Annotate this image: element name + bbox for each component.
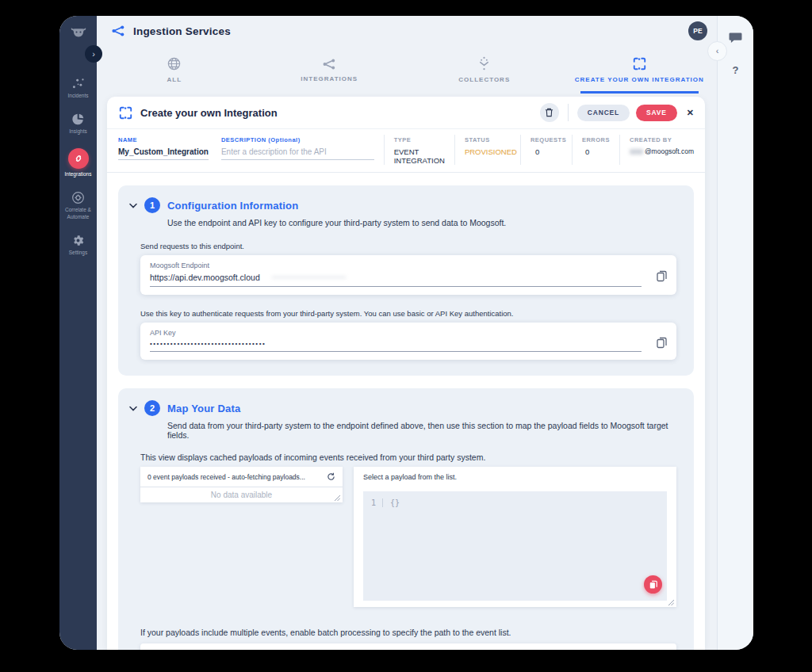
status-badge: PROVISIONED bbox=[465, 147, 511, 156]
resize-handle[interactable] bbox=[335, 495, 340, 501]
section-map-your-data: 2 Map Your Data Send data from your thir… bbox=[118, 388, 694, 650]
line-number: 1 bbox=[371, 498, 383, 507]
delete-button[interactable] bbox=[540, 103, 559, 122]
create-integration-form: Create your own Integration CANCEL SAVE … bbox=[107, 97, 705, 650]
copy-apikey-button[interactable] bbox=[655, 335, 668, 350]
copy-endpoint-button[interactable] bbox=[655, 269, 668, 284]
copy-icon bbox=[649, 580, 657, 590]
redacted-username bbox=[630, 149, 643, 155]
description-input[interactable]: Enter a description for the API bbox=[221, 147, 374, 160]
refresh-icon[interactable] bbox=[327, 472, 335, 481]
ingestion-services-icon bbox=[111, 25, 126, 37]
description-label: DESCRIPTION (Optional) bbox=[221, 136, 374, 143]
collector-icon bbox=[477, 56, 492, 71]
copy-payload-button[interactable] bbox=[644, 575, 662, 594]
tab-label: INTEGRATIONS bbox=[301, 75, 358, 82]
tab-create-your-own-integration[interactable]: CREATE YOUR OWN INTEGRATION bbox=[562, 46, 718, 94]
chevron-down-icon bbox=[129, 203, 137, 208]
section-2-subtitle: Send data from your third-party system t… bbox=[167, 421, 680, 440]
section-2-header[interactable]: 2 Map Your Data bbox=[129, 400, 680, 416]
requests-field: REQUESTS 0 bbox=[520, 135, 562, 165]
editor-content: {} bbox=[383, 498, 400, 507]
sidebar-item-label: Insights bbox=[69, 128, 86, 135]
name-label: NAME bbox=[118, 136, 209, 143]
rail-collapse-button[interactable]: ‹ bbox=[707, 41, 727, 61]
section-configuration-information: 1 Configuration Information Use the endp… bbox=[118, 185, 694, 376]
payload-list-body: No data available bbox=[140, 487, 343, 502]
tab-bar: ALL INTEGRATIONS bbox=[97, 46, 717, 94]
batch-processing-card: Enable Batch Processing Root Element ▾ bbox=[140, 643, 676, 650]
page-background: › Incidents Insights bbox=[0, 0, 812, 672]
sidebar-item-insights[interactable]: Insights bbox=[59, 113, 97, 135]
payload-view-panel: Select a payload from the list. 1 {} bbox=[354, 467, 676, 607]
status-field: STATUS PROVISIONED bbox=[454, 135, 511, 165]
tab-label: COLLECTORS bbox=[458, 76, 510, 83]
correlate-automate-icon bbox=[71, 191, 85, 204]
sidebar-item-label: Integrations bbox=[65, 171, 92, 178]
tab-collectors[interactable]: COLLECTORS bbox=[407, 46, 562, 94]
divider bbox=[568, 104, 569, 121]
sidebar-item-settings[interactable]: Settings bbox=[59, 234, 97, 256]
sidebar-nav: Incidents Insights Integrations bbox=[59, 77, 97, 256]
payload-editor[interactable]: 1 {} bbox=[363, 491, 667, 601]
errors-field: ERRORS 0 bbox=[572, 135, 610, 165]
created-by-value: @moogsoft.com bbox=[630, 147, 694, 155]
globe-icon bbox=[167, 56, 182, 71]
insights-icon bbox=[71, 113, 85, 126]
create-integration-icon bbox=[118, 105, 133, 120]
copy-icon bbox=[657, 270, 667, 282]
select-payload-text: Select a payload from the list. bbox=[354, 467, 676, 487]
page-title: Ingestion Services bbox=[133, 25, 231, 37]
created-by-field: CREATED BY @moogsoft.com bbox=[619, 135, 694, 165]
sidebar-item-label: Settings bbox=[69, 250, 88, 256]
chevron-down-icon bbox=[129, 406, 137, 411]
main-area: Ingestion Services PE ALL bbox=[97, 16, 717, 650]
copy-icon bbox=[657, 337, 667, 349]
no-data-text: No data available bbox=[211, 491, 272, 499]
sidebar-item-label: Incidents bbox=[67, 93, 88, 99]
name-field[interactable]: NAME My_Custom_Integration bbox=[118, 135, 209, 165]
resize-handle[interactable] bbox=[668, 600, 674, 605]
sidebar-item-integrations[interactable]: Integrations bbox=[59, 148, 97, 178]
form-body: 1 Configuration Information Use the endp… bbox=[107, 173, 705, 650]
section-1-subtitle: Use the endpoint and API key to configur… bbox=[167, 218, 680, 227]
sidebar-expand-button[interactable]: › bbox=[85, 45, 102, 63]
help-icon[interactable]: ? bbox=[718, 64, 753, 76]
save-button[interactable]: SAVE bbox=[636, 105, 677, 121]
errors-count: 0 bbox=[582, 147, 610, 156]
sidebar-item-correlate-automate[interactable]: Correlate & Automate bbox=[59, 191, 97, 220]
type-field: TYPE EVENT INTEGRATION bbox=[384, 135, 445, 165]
apikey-input[interactable]: •••••••••••••••••••••••••••••••••• bbox=[150, 337, 642, 352]
name-input[interactable]: My_Custom_Integration bbox=[118, 147, 209, 160]
payload-panels: 0 event payloads received - auto-fetchin… bbox=[140, 467, 676, 607]
app-window: › Incidents Insights bbox=[59, 16, 753, 650]
cache-hint: This view displays cached payloads of in… bbox=[140, 452, 680, 462]
endpoint-card: Moogsoft Endpoint https://api.dev.moogso… bbox=[140, 255, 676, 295]
description-field[interactable]: DESCRIPTION (Optional) Enter a descripti… bbox=[221, 135, 374, 165]
avatar[interactable]: PE bbox=[688, 21, 707, 40]
endpoint-label: Moogsoft Endpoint bbox=[150, 262, 642, 269]
editor-line: 1 {} bbox=[363, 491, 667, 507]
section-1-header[interactable]: 1 Configuration Information bbox=[129, 197, 680, 213]
chat-icon[interactable] bbox=[718, 16, 753, 44]
apikey-label: API Key bbox=[150, 329, 642, 337]
endpoint-input[interactable]: https://api.dev.moogsoft.cloud bbox=[150, 269, 642, 287]
integrations-icon bbox=[68, 148, 89, 169]
close-icon[interactable]: ✕ bbox=[687, 108, 694, 118]
tab-integrations[interactable]: INTEGRATIONS bbox=[252, 46, 408, 94]
sidebar-item-incidents[interactable]: Incidents bbox=[59, 77, 97, 99]
right-rail: ‹ ? bbox=[717, 16, 753, 650]
integration-meta-row: NAME My_Custom_Integration DESCRIPTION (… bbox=[107, 128, 705, 173]
moogsoft-logo-icon bbox=[59, 16, 97, 39]
sidebar: › Incidents Insights bbox=[59, 16, 97, 650]
requests-count: 0 bbox=[530, 147, 562, 156]
tab-all[interactable]: ALL bbox=[97, 46, 252, 94]
payload-list-header: 0 event payloads received - auto-fetchin… bbox=[140, 467, 343, 487]
section-number-badge: 1 bbox=[144, 197, 160, 213]
form-header: Create your own Integration CANCEL SAVE … bbox=[107, 97, 705, 128]
cancel-button[interactable]: CANCEL bbox=[577, 105, 630, 121]
apikey-hint: Use this key to authenticate requests fr… bbox=[140, 309, 680, 318]
batch-hint: If your payloads include multiple events… bbox=[140, 628, 680, 637]
payload-list-panel: 0 event payloads received - auto-fetchin… bbox=[140, 467, 343, 502]
section-number-badge: 2 bbox=[144, 400, 160, 416]
